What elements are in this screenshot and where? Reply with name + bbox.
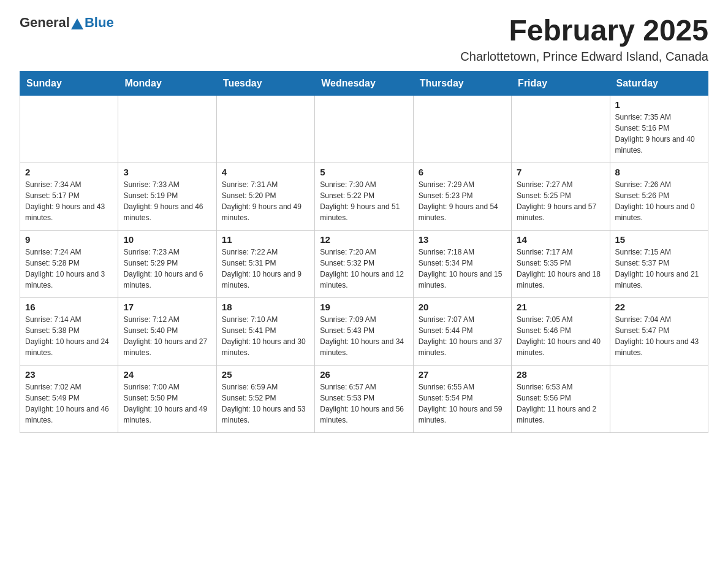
day-info: Sunrise: 7:31 AMSunset: 5:20 PMDaylight:… [222,179,309,223]
day-info: Sunrise: 6:55 AMSunset: 5:54 PMDaylight:… [419,381,506,426]
day-number: 12 [320,234,408,245]
day-number: 24 [123,369,211,380]
day-number: 10 [123,234,211,245]
calendar-cell [216,95,314,163]
calendar-cell: 22Sunrise: 7:04 AMSunset: 5:47 PMDayligh… [610,297,708,365]
calendar-cell: 20Sunrise: 7:07 AMSunset: 5:44 PMDayligh… [413,297,511,365]
calendar-cell: 5Sunrise: 7:30 AMSunset: 5:22 PMDaylight… [315,163,413,230]
calendar-cell: 19Sunrise: 7:09 AMSunset: 5:43 PMDayligh… [315,297,413,365]
calendar-cell: 21Sunrise: 7:05 AMSunset: 5:46 PMDayligh… [512,297,610,365]
calendar-header-row: SundayMondayTuesdayWednesdayThursdayFrid… [20,71,708,95]
day-number: 5 [320,167,408,177]
day-info: Sunrise: 7:26 AMSunset: 5:26 PMDaylight:… [615,179,703,223]
calendar-cell: 14Sunrise: 7:17 AMSunset: 5:35 PMDayligh… [512,230,610,297]
day-number: 2 [25,167,113,177]
calendar-cell: 26Sunrise: 6:57 AMSunset: 5:53 PMDayligh… [315,365,413,432]
day-info: Sunrise: 7:12 AMSunset: 5:40 PMDaylight:… [123,314,211,358]
logo-general-text: General [20,15,70,31]
page-header: General Blue February 2025 Charlottetown… [20,15,708,64]
day-number: 1 [615,99,703,110]
week-row-1: 2Sunrise: 7:34 AMSunset: 5:17 PMDaylight… [20,163,708,230]
day-number: 26 [320,369,408,380]
calendar-subtitle: Charlottetown, Prince Edward Island, Can… [460,50,708,64]
calendar-cell: 9Sunrise: 7:24 AMSunset: 5:28 PMDaylight… [20,230,118,297]
day-number: 25 [222,369,309,380]
day-number: 19 [320,302,408,312]
day-info: Sunrise: 7:02 AMSunset: 5:49 PMDaylight:… [25,381,113,426]
week-row-2: 9Sunrise: 7:24 AMSunset: 5:28 PMDaylight… [20,230,708,297]
day-number: 17 [123,302,211,312]
day-number: 21 [517,302,604,312]
logo: General Blue [20,15,114,31]
calendar-cell: 23Sunrise: 7:02 AMSunset: 5:49 PMDayligh… [20,365,118,432]
calendar-cell: 28Sunrise: 6:53 AMSunset: 5:56 PMDayligh… [512,365,610,432]
calendar-cell: 12Sunrise: 7:20 AMSunset: 5:32 PMDayligh… [315,230,413,297]
calendar-cell: 24Sunrise: 7:00 AMSunset: 5:50 PMDayligh… [118,365,216,432]
day-number: 7 [517,167,604,177]
calendar-header-wednesday: Wednesday [315,71,413,95]
day-info: Sunrise: 7:27 AMSunset: 5:25 PMDaylight:… [517,179,604,223]
day-info: Sunrise: 7:33 AMSunset: 5:19 PMDaylight:… [123,179,211,223]
day-info: Sunrise: 7:00 AMSunset: 5:50 PMDaylight:… [123,381,211,426]
calendar-cell: 7Sunrise: 7:27 AMSunset: 5:25 PMDaylight… [512,163,610,230]
calendar-cell: 10Sunrise: 7:23 AMSunset: 5:29 PMDayligh… [118,230,216,297]
calendar-title: February 2025 [460,15,708,47]
day-info: Sunrise: 6:57 AMSunset: 5:53 PMDaylight:… [320,381,408,426]
day-number: 3 [123,167,211,177]
calendar-cell [610,365,708,432]
day-number: 23 [25,369,113,380]
week-row-0: 1Sunrise: 7:35 AMSunset: 5:16 PMDaylight… [20,95,708,163]
day-number: 13 [419,234,506,245]
day-info: Sunrise: 7:09 AMSunset: 5:43 PMDaylight:… [320,314,408,358]
calendar-header-monday: Monday [118,71,216,95]
day-info: Sunrise: 7:04 AMSunset: 5:47 PMDaylight:… [615,314,703,358]
day-info: Sunrise: 6:53 AMSunset: 5:56 PMDaylight:… [517,381,604,426]
day-info: Sunrise: 7:05 AMSunset: 5:46 PMDaylight:… [517,314,604,358]
day-info: Sunrise: 7:22 AMSunset: 5:31 PMDaylight:… [222,247,309,291]
calendar-cell: 11Sunrise: 7:22 AMSunset: 5:31 PMDayligh… [216,230,314,297]
day-info: Sunrise: 7:14 AMSunset: 5:38 PMDaylight:… [25,314,113,358]
calendar-cell [512,95,610,163]
day-number: 18 [222,302,309,312]
day-info: Sunrise: 7:17 AMSunset: 5:35 PMDaylight:… [517,247,604,291]
day-number: 22 [615,302,703,312]
day-number: 4 [222,167,309,177]
title-section: February 2025 Charlottetown, Prince Edwa… [460,15,708,64]
calendar-cell [413,95,511,163]
logo-blue-text: Blue [85,15,114,31]
calendar-cell: 8Sunrise: 7:26 AMSunset: 5:26 PMDaylight… [610,163,708,230]
calendar-cell: 2Sunrise: 7:34 AMSunset: 5:17 PMDaylight… [20,163,118,230]
day-info: Sunrise: 7:23 AMSunset: 5:29 PMDaylight:… [123,247,211,291]
day-number: 28 [517,369,604,380]
calendar-cell: 13Sunrise: 7:18 AMSunset: 5:34 PMDayligh… [413,230,511,297]
day-info: Sunrise: 7:34 AMSunset: 5:17 PMDaylight:… [25,179,113,223]
day-number: 11 [222,234,309,245]
day-number: 6 [419,167,506,177]
day-number: 27 [419,369,506,380]
calendar-cell: 1Sunrise: 7:35 AMSunset: 5:16 PMDaylight… [610,95,708,163]
calendar-table: SundayMondayTuesdayWednesdayThursdayFrid… [20,71,708,433]
day-info: Sunrise: 7:35 AMSunset: 5:16 PMDaylight:… [615,112,703,156]
day-number: 8 [615,167,703,177]
day-number: 9 [25,234,113,245]
calendar-cell: 25Sunrise: 6:59 AMSunset: 5:52 PMDayligh… [216,365,314,432]
calendar-cell: 15Sunrise: 7:15 AMSunset: 5:37 PMDayligh… [610,230,708,297]
logo-triangle-icon [71,18,83,29]
calendar-cell: 4Sunrise: 7:31 AMSunset: 5:20 PMDaylight… [216,163,314,230]
day-info: Sunrise: 7:18 AMSunset: 5:34 PMDaylight:… [419,247,506,291]
day-number: 15 [615,234,703,245]
day-info: Sunrise: 7:15 AMSunset: 5:37 PMDaylight:… [615,247,703,291]
calendar-cell [118,95,216,163]
day-info: Sunrise: 6:59 AMSunset: 5:52 PMDaylight:… [222,381,309,426]
day-info: Sunrise: 7:30 AMSunset: 5:22 PMDaylight:… [320,179,408,223]
calendar-cell: 27Sunrise: 6:55 AMSunset: 5:54 PMDayligh… [413,365,511,432]
day-info: Sunrise: 7:20 AMSunset: 5:32 PMDaylight:… [320,247,408,291]
calendar-header-saturday: Saturday [610,71,708,95]
calendar-cell [20,95,118,163]
calendar-header-friday: Friday [512,71,610,95]
calendar-cell [315,95,413,163]
calendar-cell: 17Sunrise: 7:12 AMSunset: 5:40 PMDayligh… [118,297,216,365]
day-info: Sunrise: 7:29 AMSunset: 5:23 PMDaylight:… [419,179,506,223]
day-number: 14 [517,234,604,245]
week-row-4: 23Sunrise: 7:02 AMSunset: 5:49 PMDayligh… [20,365,708,432]
